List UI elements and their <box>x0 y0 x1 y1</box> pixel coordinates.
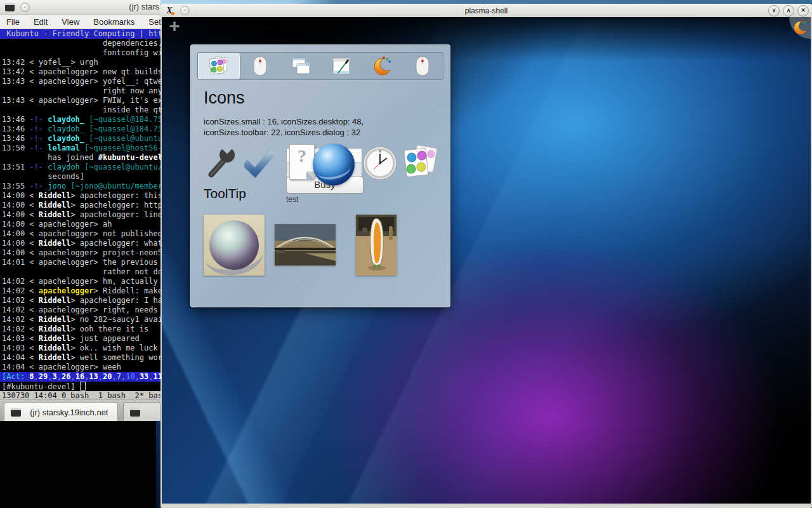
notes-icon <box>331 56 352 76</box>
terminal-line: 14:00 < Riddell> apachelogger: http <box>0 201 160 210</box>
icon-preferences-icon <box>208 56 230 76</box>
plasma-shell-window: plasma-shell X ∨ ∧ ✕ + <box>160 4 812 508</box>
tab-notes[interactable] <box>321 53 362 79</box>
tab-mouse-2[interactable] <box>402 53 443 79</box>
menu-file[interactable]: File <box>0 17 27 27</box>
clock-icon <box>362 145 398 181</box>
terminal-line: dependencies. <box>0 39 160 48</box>
kde-sphere-image <box>204 215 265 276</box>
icon-sizes-text: iconSizes.small : 16, iconSizes.desktop:… <box>204 116 363 138</box>
terminal-line: has joined #kubuntu-devel <box>0 153 160 163</box>
terminal-line: 14:02 < Riddell> apachelogger: I hav <box>0 296 160 305</box>
terminal-line: 13:43 < apachelogger> FWIW, it's exa <box>0 96 160 105</box>
terminal-icon <box>130 408 140 417</box>
terminal-line: inside the qt5 <box>0 105 160 115</box>
tab-icon-preferences[interactable] <box>198 53 240 79</box>
page-title: Icons <box>204 88 245 108</box>
terminal-icon <box>11 408 21 417</box>
surfboard-photo <box>356 215 396 276</box>
terminal-line: seconds] <box>0 172 160 182</box>
terminal-line: 13:43 < apachelogger> yofel__: qtweb <box>0 77 160 86</box>
konsole-titlebar[interactable]: (jr) stars <box>0 0 160 15</box>
plasmoid-test-panel: Icons iconSizes.small : 16, iconSizes.de… <box>190 44 450 307</box>
minimize-button[interactable]: ∨ <box>768 5 780 17</box>
tab-mouse[interactable] <box>240 53 280 79</box>
maximize-button[interactable]: ∧ <box>783 5 794 17</box>
terminal-line: 13:46 -!- claydoh_ [~quassel@184.75. <box>0 115 160 124</box>
terminal-line: 13:50 -!- lelamal [~quassel@host56-1 <box>0 144 160 153</box>
plasma-window-frame: + <box>160 17 812 508</box>
terminal-line: 13:55 -!- jono [~jono@ubuntu/member/ <box>0 182 160 191</box>
plasma-titlebar[interactable]: plasma-shell X ∨ ∧ ✕ <box>160 4 812 18</box>
add-widget-plus-icon[interactable]: + <box>167 19 182 34</box>
terminal-line: 14:00 < apachelogger> not published <box>0 229 160 239</box>
konqueror-icon <box>371 55 393 77</box>
konsole-tabbar: (jr) starsky.19inch.net <box>0 399 160 421</box>
tab-konqueror[interactable] <box>362 53 402 79</box>
terminal-line: 14:04 < apachelogger> weeh <box>0 363 160 372</box>
tooltip-label: ToolTip <box>204 186 246 201</box>
windows-icon <box>290 56 311 76</box>
terminal-line: 14:04 < Riddell> well something work <box>0 353 160 363</box>
menu-settings[interactable]: Settings <box>141 17 160 27</box>
menu-view[interactable]: View <box>55 17 86 27</box>
window-title: (jr) stars <box>129 2 159 11</box>
terminal-tab-active[interactable]: (jr) starsky.19inch.net <box>4 402 118 421</box>
terminal-line: 14:02 < Riddell> ooh there it is <box>0 324 160 334</box>
terminal-line: 14:03 < Riddell> just appeared <box>0 334 160 344</box>
window-menu-button[interactable] <box>20 3 30 12</box>
panel-tabbar <box>197 52 443 80</box>
terminal-line: 14:02 < apachelogger> Riddell: make <box>0 286 160 296</box>
konsole-menubar: File Edit View Bookmarks Settings <box>0 15 160 29</box>
mouse-icon <box>414 55 431 77</box>
icon-preferences-icon <box>402 145 439 181</box>
konsole-window: (jr) stars File Edit View Bookmarks Sett… <box>0 0 160 421</box>
plasma-desktop-wallpaper: + <box>162 17 811 504</box>
terminal-line: 14:00 < Riddell> apachelogger: line <box>0 210 160 220</box>
terminal-line: 13:42 < yofel__> urgh <box>0 58 160 67</box>
window-menu-button[interactable] <box>180 6 190 15</box>
terminal-line: 14:02 < apachelogger> hm, actually s <box>0 277 160 286</box>
terminal-line: 14:02 < Riddell> no 282~saucy1 avail <box>0 315 160 324</box>
test-label: test <box>286 195 298 204</box>
terminal-line: rather not doi <box>0 267 160 277</box>
konqueror-globe-icon <box>313 144 355 185</box>
bridge-photo <box>275 224 336 265</box>
terminal-icon <box>5 3 15 11</box>
terminal-line: [Act: 8,29,3,26,16,13,20,7,10,33,11 <box>0 372 160 382</box>
cashew-icon <box>794 20 808 35</box>
wrench-icon <box>204 145 237 178</box>
close-button[interactable]: ✕ <box>797 5 809 17</box>
tab-windows[interactable] <box>280 53 321 79</box>
terminal-line: fontconfig wil <box>0 48 160 58</box>
terminal-line: right now anyw <box>0 86 160 96</box>
terminal-line: 14:00 < Riddell> apachelogger: this <box>0 191 160 201</box>
desktop: (jr) stars File Edit View Bookmarks Sett… <box>0 0 812 508</box>
terminal-line: 14:00 < apachelogger> ah <box>0 220 160 229</box>
window-title: plasma-shell <box>160 6 812 15</box>
desktop-wallpaper-sliver <box>156 421 160 508</box>
unknown-document-icon <box>289 144 315 180</box>
x11-app-icon: X <box>164 6 174 16</box>
terminal-line: 14:01 < apachelogger> the previous s <box>0 258 160 267</box>
terminal-line: 14:00 < apachelogger> project-neon5- <box>0 248 160 258</box>
menu-bookmarks[interactable]: Bookmarks <box>86 17 141 27</box>
terminal-line: 14:00 < Riddell> apachelogger: what <box>0 239 160 248</box>
terminal-line: 14:02 < apachelogger> right, needs u <box>0 305 160 315</box>
checkmark-icon <box>244 149 275 178</box>
terminal-line: 13:51 -!- claydoh [~quassel@ubuntu/m <box>0 163 160 172</box>
terminal-tab-partial[interactable] <box>123 402 160 421</box>
terminal-line: [#kubuntu-devel] <box>0 382 160 391</box>
terminal-screen[interactable]: Kubuntu - Friendly Computing | http depe… <box>0 29 160 401</box>
terminal-line: 13:46 -!- claydoh_ [~quassel@ubuntu/ <box>0 134 160 144</box>
terminal-line: 14:03 < Riddell> ok.. wish me luck <box>0 344 160 353</box>
menu-edit[interactable]: Edit <box>27 17 55 27</box>
terminal-line: 13:46 -!- claydoh_ [~quassel@184.75 <box>0 124 160 134</box>
plasma-toolbox-corner[interactable] <box>789 17 811 39</box>
terminal-line: Kubuntu - Friendly Computing | http <box>0 29 160 39</box>
terminal-line: 13:42 < apachelogger> new qt builds <box>0 67 160 77</box>
terminal-tab-label: (jr) starsky.19inch.net <box>21 408 117 417</box>
mouse-icon <box>252 55 268 77</box>
